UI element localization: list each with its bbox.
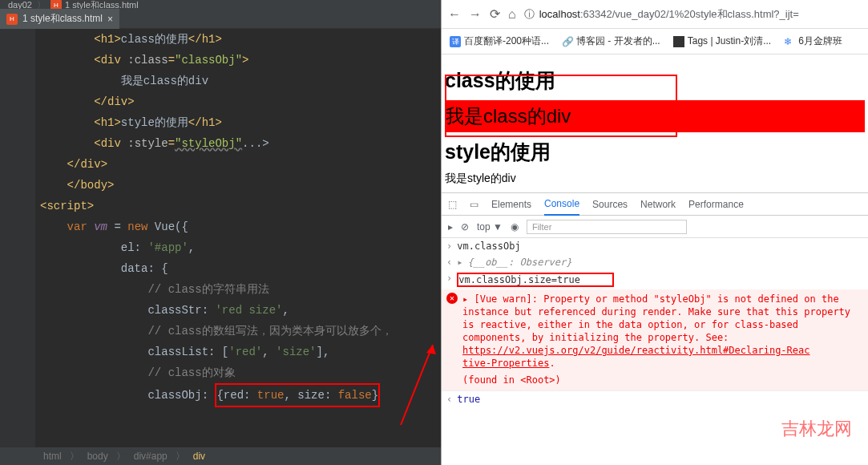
sidebar-toggle-icon[interactable]: ▸ [448,221,453,232]
home-icon[interactable]: ⌂ [508,7,516,22]
back-icon[interactable]: ← [448,7,461,22]
ide-breadcrumb-bottom: html〉 body〉 div#app〉 div [0,447,441,465]
code-comment: // class的字符串用法 [147,283,268,296]
tab-label: 1 style和class.html [22,12,103,26]
prompt-icon: › [446,241,452,252]
url-bar[interactable]: ⓘ localhost:63342/vue_day02/1%20style和cl… [524,7,862,22]
bookmark-icon [673,36,684,47]
ide-tabs: H 1 style和class.html × [0,10,441,29]
breadcrumb-item[interactable]: html [38,451,67,462]
url-host: localhost [539,8,580,20]
html-file-icon: H [6,14,18,25]
bookmark-label: Tags | Justin-刘清... [688,34,771,48]
console-filter[interactable]: Filter [527,220,687,234]
style-div: 我是style的div [445,172,865,186]
tab-console[interactable]: Console [544,193,579,216]
devtools-tabs: ⬚ ▭ Elements Console Sources Network Per… [442,193,868,216]
console-error: ✕ ▸ [Vue warn]: Property or method "styl… [442,289,868,373]
bookmark-item[interactable]: 🔗博客园 - 开发者的... [562,34,660,48]
bookmark-item[interactable]: Tags | Justin-刘清... [673,34,771,48]
highlight-outline [445,75,677,137]
url-path: :63342/vue_day02/1%20style和class.html?_i… [580,8,799,20]
tab-sources[interactable]: Sources [592,194,628,215]
bookmark-label: 博客园 - 开发者的... [576,34,660,48]
result-icon: ‹ [446,257,452,268]
bookmark-item[interactable]: 译百度翻译-200种语... [450,34,549,48]
device-icon[interactable]: ▭ [470,199,478,210]
error-link[interactable]: https://v2.vuejs.org/v2/guide/reactivity… [462,345,809,356]
error-link[interactable]: tive-Properties [462,358,549,369]
tab-elements[interactable]: Elements [491,194,531,215]
inspect-icon[interactable]: ⬚ [448,199,457,210]
tab-performance[interactable]: Performance [688,194,744,215]
error-text: ▸ [Vue warn]: Property or method "styleO… [462,293,850,369]
page-h2: style的使用 [445,139,865,165]
code-editor[interactable]: <h1>class的使用</h1> <div :class="classObj"… [0,29,441,447]
console-output-line: ‹▸{__ob__: Observer} [442,254,868,270]
highlighted-code: {red: true, size: false} [215,383,380,407]
breadcrumb-item[interactable]: div [188,451,210,462]
bookmarks-bar: 译百度翻译-200种语... 🔗博客园 - 开发者的... Tags | Jus… [442,29,868,55]
bookmark-label: 6月金牌班 [798,34,842,48]
tab-network[interactable]: Network [640,194,676,215]
console-text: true [457,394,480,405]
code-comment: // class的数组写法，因为类本身可以放多个， [147,325,392,338]
breadcrumb-item[interactable]: div#app [129,451,172,462]
code-text: 我是class的div [121,75,208,87]
error-icon: ✕ [446,293,458,304]
browser-panel: ← → ⟳ ⌂ ⓘ localhost:63342/vue_day02/1%20… [441,0,868,465]
prompt-icon: › [446,273,452,284]
page-content: class的使用 我是class的div style的使用 我是style的di… [442,55,868,192]
watermark: 吉林龙网 [781,417,852,441]
reload-icon[interactable]: ⟳ [490,6,500,22]
class-div-red: 我是class的div [445,100,865,132]
forward-icon[interactable]: → [469,7,482,22]
bookmark-item[interactable]: ❄6月金牌班 [784,34,842,48]
editor-gutter [0,29,35,447]
console-text: vm.classObj [457,241,520,252]
bookmark-icon: 🔗 [562,36,573,47]
eye-icon[interactable]: ◉ [511,221,519,232]
console-input-line: ›vm.classObj.size=true [442,270,868,289]
error-context: (found in <Root>) [442,373,868,390]
expand-icon[interactable]: ▸ [457,257,462,268]
console-text: {__ob__: Observer} [467,257,571,268]
info-icon[interactable]: ⓘ [524,7,535,22]
code-comment: // class的对象 [147,366,235,379]
browser-toolbar: ← → ⟳ ⌂ ⓘ localhost:63342/vue_day02/1%20… [442,0,868,29]
console-toolbar: ▸ ⊘ top ▼ ◉ Filter [442,216,868,238]
clear-icon[interactable]: ⊘ [461,221,469,232]
bookmark-icon: 译 [450,36,461,47]
ide-tab-active[interactable]: H 1 style和class.html × [0,9,119,29]
breadcrumb-item[interactable]: body [83,451,113,462]
ide-panel: day02 〉 H 1 style和class.html H 1 style和c… [0,0,441,465]
console-output-line: ‹true [442,390,868,407]
bookmark-icon: ❄ [784,36,795,47]
result-icon: ‹ [446,394,452,405]
close-icon[interactable]: × [107,14,113,25]
bookmark-label: 百度翻译-200种语... [464,34,549,48]
highlighted-console: vm.classObj.size=true [457,273,614,287]
context-selector[interactable]: top ▼ [477,221,503,232]
console-input-line: ›vm.classObj [442,238,868,254]
